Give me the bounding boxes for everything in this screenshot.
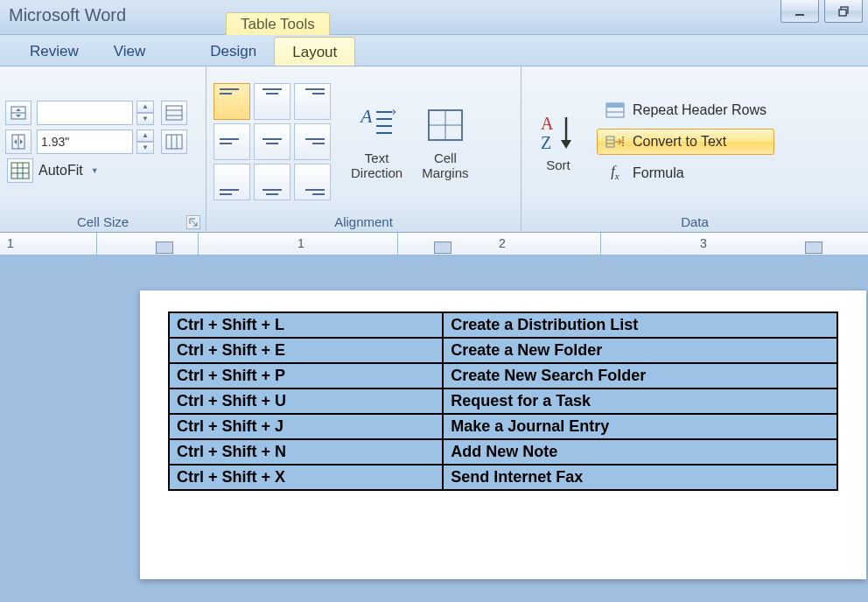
repeat-header-rows-icon	[605, 102, 626, 119]
shortcut-cell[interactable]: Ctrl + Shift + N	[169, 439, 443, 465]
app-title: Microsoft Word	[9, 5, 126, 25]
svg-text:A: A	[359, 105, 373, 127]
cell-margins-button[interactable]: Cell Margins	[414, 99, 476, 185]
title-bar: Microsoft Word Table Tools	[0, 0, 868, 35]
shortcut-cell[interactable]: Ctrl + Shift + E	[169, 338, 443, 363]
shortcut-cell[interactable]: Ctrl + Shift + L	[169, 312, 443, 338]
action-cell[interactable]: Create a Distribution List	[443, 312, 837, 338]
col-width-down[interactable]: ▼	[136, 142, 154, 154]
align-top-left[interactable]	[214, 83, 250, 120]
action-cell[interactable]: Add New Note	[443, 439, 837, 465]
ruler[interactable]: 1 1 2 3	[0, 233, 868, 256]
formula-label: Formula	[633, 165, 684, 181]
autofit-label[interactable]: AutoFit	[38, 163, 83, 178]
action-cell[interactable]: Request for a Task	[443, 388, 837, 414]
align-mid-right[interactable]	[294, 123, 331, 160]
table-row[interactable]: Ctrl + Shift + URequest for a Task	[169, 388, 837, 414]
svg-rect-13	[11, 163, 29, 178]
align-mid-left[interactable]	[214, 123, 250, 160]
svg-rect-26	[606, 103, 624, 108]
table-row[interactable]: Ctrl + Shift + XSend Internet Fax	[169, 465, 837, 490]
col-width-icon[interactable]	[5, 130, 32, 154]
formula-button[interactable]: fx Formula	[597, 160, 774, 186]
table-row[interactable]: Ctrl + Shift + L Create a Distribution L…	[169, 312, 837, 338]
tab-design[interactable]: Design	[192, 37, 274, 66]
group-alignment: A Text Direction Cell Margins	[206, 66, 522, 232]
row-height-input[interactable]	[37, 101, 133, 125]
convert-to-text-button[interactable]: Convert to Text	[597, 129, 774, 155]
alignment-grid	[214, 83, 331, 200]
tab-layout[interactable]: Layout	[274, 37, 355, 66]
table-row[interactable]: Ctrl + Shift + J Make a Journal Entry	[169, 414, 837, 439]
ribbon-tabs: Review View Design Layout	[0, 35, 868, 66]
row-height-down[interactable]: ▼	[136, 113, 154, 125]
ruler-mark: 3	[700, 236, 707, 250]
shortcut-cell[interactable]: Ctrl + Shift + X	[169, 465, 443, 490]
distribute-rows-button[interactable]	[161, 101, 187, 125]
align-bot-center[interactable]	[254, 164, 290, 200]
action-cell[interactable]: Create a New Folder	[443, 338, 837, 363]
action-cell[interactable]: Send Internet Fax	[443, 465, 837, 490]
sort-button[interactable]: A Z Sort	[528, 106, 588, 177]
row-height-up[interactable]: ▲	[136, 101, 154, 113]
tab-view[interactable]: View	[96, 37, 164, 66]
repeat-header-rows-button[interactable]: Repeat Header Rows	[597, 97, 774, 123]
row-height-glyph-icon	[10, 105, 26, 121]
row-height-icon[interactable]	[5, 101, 32, 125]
autofit-icon-button[interactable]	[7, 158, 33, 183]
shortcut-cell[interactable]: Ctrl + Shift + P	[169, 363, 443, 388]
minimize-icon	[794, 5, 806, 18]
ruler-indent-marker[interactable]	[156, 242, 173, 254]
group-label-data: Data	[527, 213, 863, 232]
dialog-launcher-icon	[189, 218, 198, 227]
distribute-cols-button[interactable]	[161, 130, 187, 154]
align-bot-right[interactable]	[294, 164, 331, 200]
col-width-up[interactable]: ▲	[136, 130, 154, 142]
group-label-cell-size: Cell Size	[5, 213, 200, 232]
distribute-rows-icon	[165, 105, 183, 121]
table-row[interactable]: Ctrl + Shift + NAdd New Note	[169, 439, 837, 465]
contextual-tab-label: Table Tools	[226, 12, 330, 35]
col-width-input[interactable]: 1.93"	[37, 130, 133, 154]
ruler-right-marker[interactable]	[805, 242, 822, 254]
text-direction-label: Text Direction	[351, 150, 402, 180]
group-cell-size: ▲ ▼ 1.93"	[0, 66, 206, 232]
page: Ctrl + Shift + L Create a Distribution L…	[140, 290, 866, 579]
align-mid-center[interactable]	[254, 123, 290, 160]
autofit-dropdown-icon[interactable]: ▼	[91, 166, 99, 175]
align-bot-left[interactable]	[214, 164, 250, 200]
svg-rect-5	[166, 106, 182, 120]
window-controls	[780, 0, 863, 23]
col-width-glyph-icon	[10, 134, 26, 150]
shortcut-cell[interactable]: Ctrl + Shift + U	[169, 388, 443, 414]
document-table[interactable]: Ctrl + Shift + L Create a Distribution L…	[168, 312, 838, 491]
table-row[interactable]: Ctrl + Shift + ECreate a New Folder	[169, 338, 837, 363]
repeat-header-rows-label: Repeat Header Rows	[633, 102, 766, 118]
group-label-alignment: Alignment	[212, 213, 515, 232]
tab-review[interactable]: Review	[12, 37, 96, 66]
restore-icon	[837, 5, 850, 18]
table-row[interactable]: Ctrl + Shift + PCreate New Search Folder	[169, 363, 837, 388]
cell-size-dialog-launcher[interactable]	[186, 215, 200, 229]
action-cell[interactable]: Make a Journal Entry	[443, 414, 837, 439]
cell-margins-label: Cell Margins	[422, 150, 468, 180]
minimize-button[interactable]	[780, 0, 819, 23]
action-cell[interactable]: Create New Search Folder	[443, 363, 837, 388]
ruler-column-marker[interactable]	[434, 242, 452, 254]
align-top-right[interactable]	[294, 83, 331, 120]
restore-button[interactable]	[824, 0, 863, 23]
convert-to-text-icon	[605, 133, 626, 150]
convert-to-text-label: Convert to Text	[633, 134, 726, 150]
distribute-cols-icon	[165, 134, 183, 150]
cell-margins-icon	[425, 105, 466, 145]
svg-rect-0	[795, 14, 804, 16]
ruler-mark: 1	[7, 236, 14, 250]
svg-rect-2	[839, 10, 846, 16]
ruler-mark: 1	[298, 236, 304, 250]
align-top-center[interactable]	[254, 83, 290, 120]
text-direction-button[interactable]: A Text Direction	[343, 99, 410, 185]
document-area[interactable]: Ctrl + Shift + L Create a Distribution L…	[0, 256, 868, 602]
svg-text:A: A	[541, 114, 554, 133]
autofit-icon	[10, 162, 30, 179]
shortcut-cell[interactable]: Ctrl + Shift + J	[169, 414, 443, 439]
